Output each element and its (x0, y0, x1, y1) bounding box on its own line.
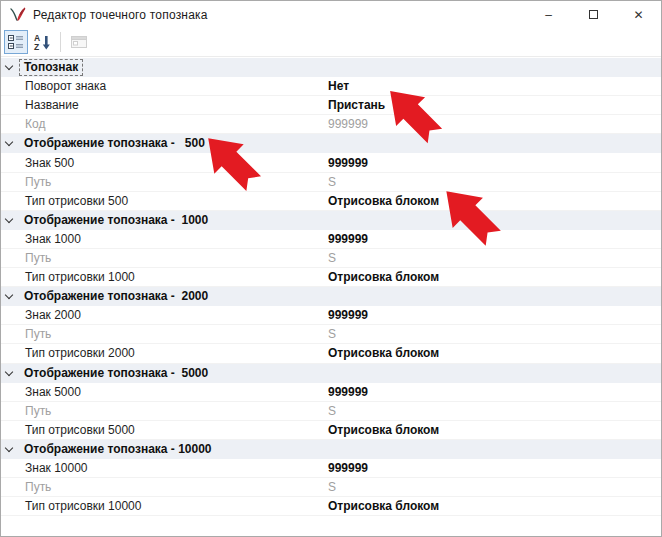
category-row[interactable]: Отображение топознака - 2000 (1, 287, 661, 306)
property-row[interactable]: ПутьS (1, 325, 661, 344)
row-gutter (1, 96, 19, 114)
chevron-down-icon[interactable] (5, 138, 13, 146)
category-gutter (1, 58, 19, 77)
row-gutter (1, 306, 19, 324)
property-value[interactable]: Нет (326, 79, 661, 93)
property-grid: ТопознакПоворот знакаНетНазваниеПристань… (1, 58, 661, 516)
row-gutter (1, 77, 19, 95)
minimize-button[interactable]: – (526, 1, 571, 28)
property-value[interactable]: Отрисовка блоком (326, 194, 661, 208)
property-row[interactable]: Тип отрисовки 500Отрисовка блоком (1, 192, 661, 211)
property-row[interactable]: ПутьS (1, 478, 661, 497)
row-gutter (1, 344, 19, 362)
category-label: Отображение топознака - 10000 (19, 441, 217, 458)
property-name: Код (19, 117, 326, 131)
category-row[interactable]: Отображение топознака - 10000 (1, 440, 661, 459)
property-row[interactable]: ПутьS (1, 249, 661, 268)
property-value[interactable]: S (326, 251, 661, 265)
property-name: Путь (19, 480, 326, 494)
property-value[interactable]: Отрисовка блоком (326, 499, 661, 513)
property-name: Знак 2000 (19, 308, 326, 322)
property-row[interactable]: ПутьS (1, 402, 661, 421)
category-row[interactable]: Отображение топознака - 500 (1, 134, 661, 153)
property-name: Путь (19, 404, 326, 418)
property-row[interactable]: Знак 10000999999 (1, 459, 661, 478)
category-label: Отображение топознака - 1000 (19, 212, 213, 229)
chevron-down-icon[interactable] (5, 444, 13, 452)
property-name: Знак 1000 (19, 232, 326, 246)
property-row[interactable]: ПутьS (1, 173, 661, 192)
row-gutter (1, 230, 19, 248)
property-pages-button[interactable] (67, 30, 91, 54)
property-value[interactable]: S (326, 327, 661, 341)
property-name: Знак 10000 (19, 461, 326, 475)
category-label: Отображение топознака - 2000 (19, 288, 213, 305)
chevron-down-icon[interactable] (5, 62, 13, 70)
property-row[interactable]: Знак 2000999999 (1, 306, 661, 325)
row-gutter (1, 459, 19, 477)
property-row[interactable]: Знак 5000999999 (1, 383, 661, 402)
category-row[interactable]: Отображение топознака - 1000 (1, 211, 661, 230)
close-icon: ✕ (633, 8, 643, 22)
category-gutter (1, 211, 19, 230)
row-gutter (1, 153, 19, 171)
property-row[interactable]: Поворот знакаНет (1, 77, 661, 96)
property-value[interactable]: S (326, 404, 661, 418)
property-value[interactable]: 999999 (326, 156, 661, 170)
row-gutter (1, 115, 19, 133)
property-row[interactable]: НазваниеПристань (1, 96, 661, 115)
property-row[interactable]: Знак 500999999 (1, 153, 661, 172)
property-name: Тип отрисовки 500 (19, 194, 326, 208)
minimize-icon: – (545, 8, 552, 22)
row-gutter (1, 268, 19, 286)
property-name: Тип отрисовки 2000 (19, 346, 326, 360)
chevron-down-icon[interactable] (5, 215, 13, 223)
category-gutter (1, 364, 19, 383)
category-row[interactable]: Топознак (1, 58, 661, 77)
property-value[interactable]: Отрисовка блоком (326, 270, 661, 284)
maximize-icon (589, 10, 598, 19)
alphabetical-sort-icon: A Z (33, 33, 51, 51)
app-window: { "window": { "title": "Редактор точечно… (0, 0, 662, 537)
close-button[interactable]: ✕ (616, 1, 661, 28)
category-gutter (1, 440, 19, 459)
row-gutter (1, 478, 19, 496)
property-row[interactable]: Тип отрисовки 5000Отрисовка блоком (1, 421, 661, 440)
maximize-button[interactable] (571, 1, 616, 28)
row-gutter (1, 383, 19, 401)
category-row[interactable]: Отображение топознака - 5000 (1, 364, 661, 383)
property-value[interactable]: 999999 (326, 385, 661, 399)
property-value[interactable]: Отрисовка блоком (326, 423, 661, 437)
property-name: Название (19, 98, 326, 112)
category-label: Отображение топознака - 5000 (19, 365, 213, 382)
property-row[interactable]: Код999999 (1, 115, 661, 134)
row-gutter (1, 497, 19, 515)
property-value[interactable]: Пристань (326, 98, 661, 112)
toolbar-separator (60, 32, 61, 52)
property-name: Знак 500 (19, 156, 326, 170)
row-gutter (1, 325, 19, 343)
property-value[interactable]: S (326, 480, 661, 494)
property-name: Путь (19, 175, 326, 189)
alphabetical-sort-button[interactable]: A Z (30, 30, 54, 54)
toolbar: A Z (1, 28, 661, 57)
row-gutter (1, 192, 19, 210)
property-value[interactable]: 999999 (326, 117, 661, 131)
chevron-down-icon[interactable] (5, 291, 13, 299)
property-value[interactable]: 999999 (326, 461, 661, 475)
property-value[interactable]: 999999 (326, 232, 661, 246)
row-gutter (1, 402, 19, 420)
property-name: Тип отрисовки 10000 (19, 499, 326, 513)
property-row[interactable]: Тип отрисовки 1000Отрисовка блоком (1, 268, 661, 287)
property-row[interactable]: Тип отрисовки 2000Отрисовка блоком (1, 344, 661, 363)
property-value[interactable]: S (326, 175, 661, 189)
property-row[interactable]: Знак 1000999999 (1, 230, 661, 249)
property-value[interactable]: 999999 (326, 308, 661, 322)
property-row[interactable]: Тип отрисовки 10000Отрисовка блоком (1, 497, 661, 516)
window-controls: – ✕ (526, 1, 661, 28)
category-gutter (1, 287, 19, 306)
row-gutter (1, 249, 19, 267)
property-value[interactable]: Отрисовка блоком (326, 346, 661, 360)
chevron-down-icon[interactable] (5, 367, 13, 375)
categorized-view-button[interactable] (4, 30, 28, 54)
